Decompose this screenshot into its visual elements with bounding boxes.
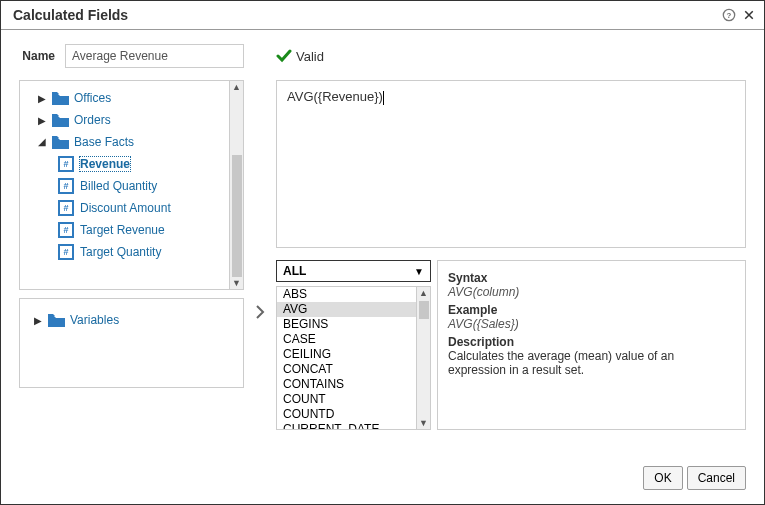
number-icon: # <box>58 200 74 216</box>
close-icon[interactable] <box>742 8 756 22</box>
scroll-down-icon[interactable]: ▼ <box>232 277 241 289</box>
tree-label: Offices <box>74 91 111 105</box>
fields-tree: ▶ Offices ▶ Orders ◢ Base Facts <box>20 81 243 269</box>
tree-label: Variables <box>70 313 119 327</box>
func-item-concat[interactable]: CONCAT <box>277 362 430 377</box>
folder-icon <box>52 114 69 127</box>
left-column: Name ▶ Offices ▶ Orders <box>19 44 244 450</box>
number-icon: # <box>58 244 74 260</box>
function-column: ALL ▼ ABS AVG BEGINS CASE CEILING CONCAT… <box>276 260 431 430</box>
formula-text: AVG({Revenue}) <box>287 89 384 104</box>
valid-label: Valid <box>296 49 324 64</box>
scrollbar[interactable]: ▲ ▼ <box>229 81 243 289</box>
folder-icon <box>52 92 69 105</box>
scroll-thumb[interactable] <box>232 155 242 277</box>
tree-label: Orders <box>74 113 111 127</box>
description-heading: Description <box>448 335 735 349</box>
function-list[interactable]: ABS AVG BEGINS CASE CEILING CONCAT CONTA… <box>276 286 431 430</box>
number-icon: # <box>58 222 74 238</box>
tree-label: Base Facts <box>74 135 134 149</box>
func-item-count[interactable]: COUNT <box>277 392 430 407</box>
formula-input[interactable]: AVG({Revenue}) <box>276 80 746 248</box>
ok-button[interactable]: OK <box>643 466 682 490</box>
func-item-avg[interactable]: AVG <box>277 302 430 317</box>
dialog-body: Name ▶ Offices ▶ Orders <box>1 30 764 450</box>
scroll-up-icon[interactable]: ▲ <box>419 287 428 299</box>
function-doc-panel: Syntax AVG(column) Example AVG({Sales}) … <box>437 260 746 430</box>
folder-icon <box>48 314 65 327</box>
func-item-current-date[interactable]: CURRENT_DATE <box>277 422 430 430</box>
svg-text:?: ? <box>727 11 732 20</box>
tree-item-revenue[interactable]: # Revenue <box>24 153 239 175</box>
name-input[interactable] <box>65 44 244 68</box>
title-bar: Calculated Fields ? <box>1 1 764 30</box>
expand-icon[interactable]: ▶ <box>38 115 48 126</box>
expand-icon[interactable]: ▶ <box>34 315 44 326</box>
func-item-case[interactable]: CASE <box>277 332 430 347</box>
chevron-down-icon: ▼ <box>414 266 424 277</box>
tree-item-variables[interactable]: ▶ Variables <box>30 309 233 331</box>
name-row: Name <box>19 44 244 68</box>
tree-label: Revenue <box>80 157 130 171</box>
function-filter-select[interactable]: ALL ▼ <box>276 260 431 282</box>
tree-item-discount-amount[interactable]: # Discount Amount <box>24 197 239 219</box>
calculated-fields-dialog: Calculated Fields ? Name ▶ Offices <box>0 0 765 505</box>
valid-indicator: Valid <box>276 44 746 68</box>
syntax-value: AVG(column) <box>448 285 735 299</box>
number-icon: # <box>58 156 74 172</box>
collapse-icon[interactable]: ◢ <box>38 136 48 147</box>
tree-item-base-facts[interactable]: ◢ Base Facts <box>24 131 239 153</box>
dialog-footer: OK Cancel <box>643 466 746 490</box>
func-item-begins[interactable]: BEGINS <box>277 317 430 332</box>
move-right-icon[interactable] <box>252 304 268 320</box>
number-icon: # <box>58 178 74 194</box>
cancel-button[interactable]: Cancel <box>687 466 746 490</box>
check-icon <box>276 48 292 64</box>
move-column <box>244 44 276 450</box>
tree-item-target-quantity[interactable]: # Target Quantity <box>24 241 239 263</box>
example-value: AVG({Sales}) <box>448 317 735 331</box>
description-value: Calculates the average (mean) value of a… <box>448 349 735 377</box>
tree-label: Target Quantity <box>80 245 161 259</box>
filter-value: ALL <box>283 264 306 278</box>
tree-item-orders[interactable]: ▶ Orders <box>24 109 239 131</box>
tree-item-billed-quantity[interactable]: # Billed Quantity <box>24 175 239 197</box>
scroll-up-icon[interactable]: ▲ <box>232 81 241 93</box>
name-label: Name <box>19 49 65 63</box>
expand-icon[interactable]: ▶ <box>38 93 48 104</box>
func-item-abs[interactable]: ABS <box>277 287 430 302</box>
dialog-title: Calculated Fields <box>13 7 716 23</box>
example-heading: Example <box>448 303 735 317</box>
variables-panel: ▶ Variables <box>19 298 244 388</box>
folder-icon <box>52 136 69 149</box>
tree-label: Target Revenue <box>80 223 165 237</box>
fields-tree-panel: ▶ Offices ▶ Orders ◢ Base Facts <box>19 80 244 290</box>
right-column: Valid AVG({Revenue}) ALL ▼ ABS AVG BEGIN… <box>276 44 746 450</box>
tree-item-target-revenue[interactable]: # Target Revenue <box>24 219 239 241</box>
scroll-thumb[interactable] <box>419 301 429 319</box>
tree-item-offices[interactable]: ▶ Offices <box>24 87 239 109</box>
func-item-countd[interactable]: COUNTD <box>277 407 430 422</box>
scrollbar[interactable]: ▲ ▼ <box>416 287 430 429</box>
lower-panels: ALL ▼ ABS AVG BEGINS CASE CEILING CONCAT… <box>276 260 746 430</box>
func-item-contains[interactable]: CONTAINS <box>277 377 430 392</box>
help-icon[interactable]: ? <box>722 8 736 22</box>
func-item-ceiling[interactable]: CEILING <box>277 347 430 362</box>
syntax-heading: Syntax <box>448 271 735 285</box>
tree-label: Discount Amount <box>80 201 171 215</box>
tree-label: Billed Quantity <box>80 179 157 193</box>
scroll-down-icon[interactable]: ▼ <box>419 417 428 429</box>
